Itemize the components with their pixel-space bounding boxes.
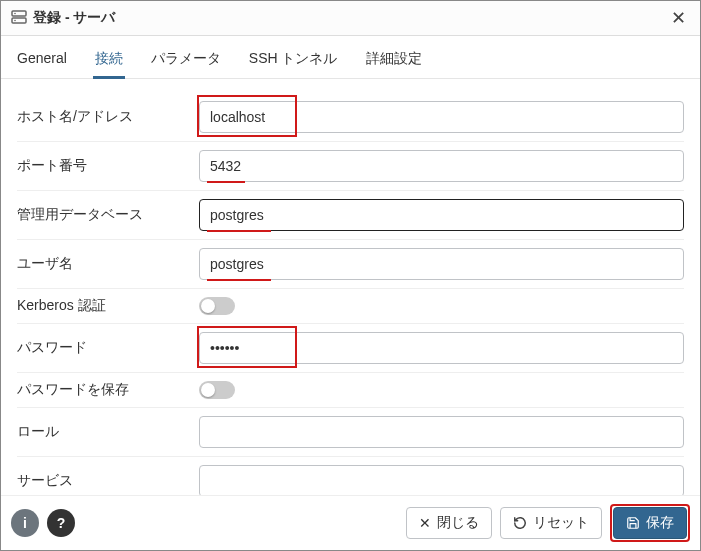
label-password: パスワード [17, 339, 187, 357]
close-icon[interactable]: ✕ [667, 7, 690, 29]
toggle-save-password[interactable] [199, 381, 235, 399]
label-port: ポート番号 [17, 157, 187, 175]
reset-button[interactable]: リセット [500, 507, 602, 539]
highlight-save: 保存 [610, 504, 690, 542]
dialog-title: 登録 - サーバ [33, 9, 115, 27]
svg-point-2 [14, 12, 16, 14]
tab-advanced[interactable]: 詳細設定 [364, 44, 424, 78]
svg-rect-0 [12, 11, 26, 16]
tabs: General 接続 パラメータ SSH トンネル 詳細設定 [1, 36, 700, 79]
label-role: ロール [17, 423, 187, 441]
tab-parameters[interactable]: パラメータ [149, 44, 223, 78]
label-service: サービス [17, 472, 187, 490]
question-icon: ? [57, 515, 66, 531]
info-button[interactable]: i [11, 509, 39, 537]
svg-point-3 [14, 19, 16, 21]
toggle-kerberos[interactable] [199, 297, 235, 315]
save-icon [626, 516, 640, 530]
save-label: 保存 [646, 514, 674, 532]
x-icon: ✕ [419, 515, 431, 531]
reset-label: リセット [533, 514, 589, 532]
row-password: パスワード [17, 324, 684, 373]
row-service: サービス [17, 457, 684, 495]
reset-icon [513, 516, 527, 530]
row-role: ロール [17, 408, 684, 457]
close-button[interactable]: ✕ 閉じる [406, 507, 492, 539]
label-save-password: パスワードを保存 [17, 381, 187, 399]
help-button[interactable]: ? [47, 509, 75, 537]
input-maintenance-db[interactable] [199, 199, 684, 231]
row-username: ユーザ名 [17, 240, 684, 289]
tab-connection[interactable]: 接続 [93, 44, 125, 78]
input-service[interactable] [199, 465, 684, 495]
input-username[interactable] [199, 248, 684, 280]
input-role[interactable] [199, 416, 684, 448]
row-kerberos: Kerberos 認証 [17, 289, 684, 324]
row-port: ポート番号 [17, 142, 684, 191]
label-maintenance-db: 管理用データベース [17, 206, 187, 224]
tab-general[interactable]: General [15, 44, 69, 78]
server-icon [11, 10, 27, 27]
label-kerberos: Kerberos 認証 [17, 297, 187, 315]
svg-rect-1 [12, 18, 26, 23]
connection-form: ホスト名/アドレス ポート番号 管理用データベース ユーザ名 [1, 79, 700, 495]
titlebar: 登録 - サーバ ✕ [1, 1, 700, 36]
row-save-password: パスワードを保存 [17, 373, 684, 408]
close-label: 閉じる [437, 514, 479, 532]
input-port[interactable] [199, 150, 684, 182]
register-server-dialog: 登録 - サーバ ✕ General 接続 パラメータ SSH トンネル 詳細設… [0, 0, 701, 551]
row-host: ホスト名/アドレス [17, 93, 684, 142]
tab-ssh-tunnel[interactable]: SSH トンネル [247, 44, 340, 78]
footer: i ? ✕ 閉じる リセット 保存 [1, 495, 700, 550]
save-button[interactable]: 保存 [613, 507, 687, 539]
label-username: ユーザ名 [17, 255, 187, 273]
input-password[interactable] [199, 332, 684, 364]
input-host[interactable] [199, 101, 684, 133]
row-maintenance-db: 管理用データベース [17, 191, 684, 240]
label-host: ホスト名/アドレス [17, 108, 187, 126]
info-icon: i [23, 515, 27, 531]
